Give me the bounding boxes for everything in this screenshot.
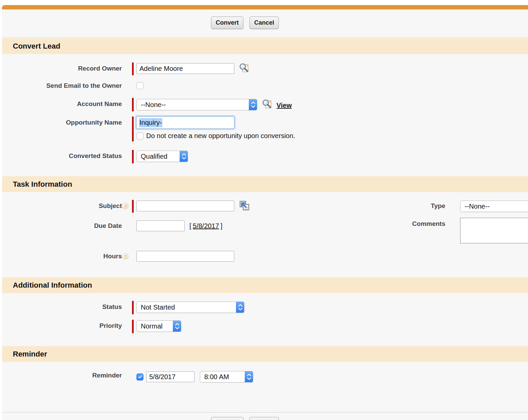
convert-button[interactable]: Convert	[211, 17, 243, 29]
account-name-select-value: --None--	[137, 101, 166, 109]
section-header-additional-information: Additional Information	[2, 277, 528, 293]
reminder-date-input[interactable]	[146, 371, 194, 382]
status-select-value: Not Started	[137, 304, 175, 311]
send-email-label: Send Email to the Owner	[2, 82, 122, 89]
opportunity-name-value: Inquiry-	[139, 118, 162, 127]
type-select-value: --None--	[460, 203, 490, 210]
bottom-toolbar: Convert Cancel	[2, 412, 528, 420]
converted-status-select-value: Qualified	[137, 153, 167, 160]
section-header-reminder: Reminder	[2, 346, 528, 362]
section-title: Convert Lead	[13, 42, 60, 51]
priority-label: Priority	[2, 320, 122, 330]
priority-select-value: Normal	[137, 322, 162, 330]
section-title: Reminder	[13, 350, 47, 359]
convert-button-bottom[interactable]: Convert	[211, 417, 243, 420]
record-owner-label: Record Owner	[2, 62, 122, 72]
reminder-label: Reminder	[2, 371, 122, 379]
date-bracket: ]	[220, 222, 222, 230]
no-opportunity-checkbox-label: Do not create a new opportunity upon con…	[146, 132, 295, 140]
reminder-checkbox[interactable]	[136, 373, 143, 380]
priority-select[interactable]: Normal	[136, 320, 181, 332]
status-select[interactable]: Not Started	[136, 301, 244, 313]
converted-status-select[interactable]: Qualified	[136, 151, 188, 162]
reminder-time-select[interactable]: 8:00 AM	[200, 371, 253, 383]
converted-status-label: Converted Status	[2, 150, 122, 160]
account-name-label: Account Name	[2, 98, 122, 108]
subject-input[interactable]	[136, 201, 234, 211]
comments-textarea[interactable]	[460, 218, 528, 243]
send-email-checkbox[interactable]	[136, 82, 143, 89]
status-label: Status	[2, 301, 122, 311]
no-opportunity-checkbox[interactable]	[136, 132, 143, 139]
subject-label: Subject	[2, 200, 122, 210]
opportunity-name-label: Opportunity Name	[2, 116, 122, 126]
select-stepper-icon	[173, 320, 181, 332]
reminder-time-select-value: 8:00 AM	[200, 373, 229, 381]
hours-label: Hours	[2, 250, 122, 260]
section-header-task-information: Task Information	[2, 176, 528, 192]
section-title: Additional Information	[13, 281, 92, 290]
section-header-convert-lead: Convert Lead	[2, 38, 528, 54]
opportunity-name-input[interactable]: Inquiry-	[136, 116, 234, 129]
cancel-button-bottom[interactable]: Cancel	[249, 417, 279, 420]
due-date-label: Due Date	[2, 220, 122, 230]
cancel-button[interactable]: Cancel	[249, 17, 279, 29]
account-name-select[interactable]: --None--	[136, 99, 257, 110]
subject-help-icon[interactable]: ?	[122, 203, 129, 209]
hours-input[interactable]	[136, 251, 234, 262]
checkmark-icon	[138, 374, 142, 379]
convert-lead-page: Convert Cancel Convert Lead Record Owner	[2, 5, 528, 420]
hours-help-icon[interactable]: ?	[122, 253, 129, 260]
due-date-input[interactable]	[136, 220, 185, 231]
due-date-today-link[interactable]: 5/8/2017	[193, 222, 219, 230]
section-title: Task Information	[13, 180, 72, 189]
subject-combo-icon[interactable]	[239, 200, 250, 213]
select-stepper-icon	[236, 301, 244, 313]
select-stepper-icon	[249, 99, 257, 110]
type-select[interactable]: --None--	[460, 201, 528, 212]
type-label: Type	[390, 200, 445, 210]
record-owner-input[interactable]	[136, 63, 234, 74]
required-bar	[132, 62, 134, 75]
date-bracket: [	[189, 222, 191, 230]
top-toolbar: Convert Cancel	[2, 9, 528, 37]
record-owner-lookup-icon[interactable]	[239, 63, 249, 75]
comments-label: Comments	[390, 218, 445, 228]
account-name-lookup-icon[interactable]	[262, 99, 272, 111]
select-stepper-icon	[180, 151, 188, 162]
account-view-link[interactable]: View	[276, 102, 292, 109]
select-stepper-icon	[245, 371, 253, 383]
